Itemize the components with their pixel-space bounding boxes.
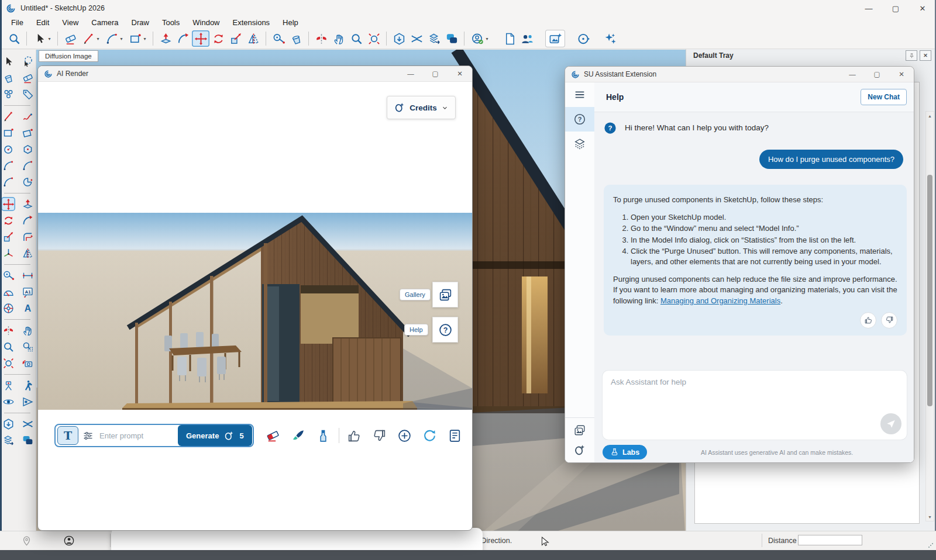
pan-tool[interactable] xyxy=(330,30,347,47)
thumbs-up-button[interactable] xyxy=(345,426,364,445)
follow-me-tool[interactable] xyxy=(20,213,35,227)
maximize-button[interactable]: ▢ xyxy=(865,67,889,82)
rotated-rectangle-tool[interactable] xyxy=(20,126,35,140)
paint-bucket-tool[interactable] xyxy=(287,30,305,47)
rectangle-tool[interactable] xyxy=(1,126,15,140)
freehand-tool[interactable] xyxy=(79,30,102,47)
scene-tab-diffusion-image[interactable]: Diffusion Image xyxy=(39,50,98,62)
maximize-button[interactable]: ▢ xyxy=(882,0,909,16)
extension-warehouse-button[interactable] xyxy=(408,30,425,47)
field-of-view-tool[interactable] xyxy=(20,395,35,409)
offset-tool[interactable] xyxy=(20,230,35,244)
text-tool[interactable] xyxy=(20,285,35,299)
menu-extensions[interactable]: Extensions xyxy=(226,17,277,28)
freehand-tool[interactable] xyxy=(20,109,35,123)
protractor-tool[interactable] xyxy=(1,285,15,299)
tag-tool[interactable] xyxy=(20,87,35,101)
feedback-chat-button[interactable] xyxy=(443,30,460,47)
menu-help[interactable]: Help xyxy=(276,17,305,28)
rotate-tool[interactable] xyxy=(1,213,15,227)
export-button[interactable] xyxy=(445,426,465,445)
new-model-button[interactable] xyxy=(501,30,518,47)
intersect-tool[interactable] xyxy=(1,246,15,260)
help-button[interactable] xyxy=(432,317,458,343)
lasso-tool[interactable] xyxy=(20,54,35,68)
ai-image-generator-button[interactable] xyxy=(545,30,565,47)
menu-toggle-button[interactable] xyxy=(565,82,594,107)
line-tool[interactable] xyxy=(1,109,15,123)
add-image-button[interactable] xyxy=(395,426,415,445)
minimize-button[interactable]: — xyxy=(398,66,423,81)
walk-tool[interactable] xyxy=(20,378,35,392)
credits-button[interactable] xyxy=(565,440,594,460)
close-button[interactable]: ✕ xyxy=(909,0,936,16)
ai-assistant-button[interactable] xyxy=(601,30,619,47)
menu-window[interactable]: Window xyxy=(186,17,226,28)
polygon-tool[interactable] xyxy=(20,142,35,156)
menu-view[interactable]: View xyxy=(56,17,85,28)
3d-warehouse-button[interactable] xyxy=(390,30,408,47)
scale-tool[interactable] xyxy=(227,30,245,47)
follow-me-tool[interactable] xyxy=(174,30,192,47)
zoom-window-tool[interactable] xyxy=(20,340,35,354)
zoom-tool[interactable] xyxy=(1,340,15,354)
feedback-chat-button[interactable] xyxy=(20,433,35,447)
collaborate-button[interactable] xyxy=(518,30,536,47)
eraser-brush-button[interactable] xyxy=(263,426,283,445)
scroll-up-arrow[interactable]: ▲ xyxy=(926,112,934,120)
zoom-extents-tool[interactable] xyxy=(365,30,383,47)
components-tool[interactable] xyxy=(1,87,15,101)
two-point-arc-tool[interactable] xyxy=(20,158,35,172)
circle-tool[interactable] xyxy=(1,142,15,156)
menu-tools[interactable]: Tools xyxy=(156,17,186,28)
flip-tool[interactable] xyxy=(312,30,330,47)
prompt-settings-button[interactable] xyxy=(78,426,97,445)
pan-tool[interactable] xyxy=(20,323,35,337)
user-status-icon[interactable] xyxy=(63,535,75,547)
axes-tool[interactable] xyxy=(1,301,15,315)
arc-tool[interactable] xyxy=(102,30,126,47)
geolocation-icon[interactable] xyxy=(21,535,32,547)
diffusion-button[interactable] xyxy=(574,30,592,47)
three-point-arc-tool[interactable] xyxy=(1,175,15,189)
zoom-in-tool[interactable] xyxy=(347,30,365,47)
move-tool[interactable] xyxy=(192,30,209,47)
tray-close-button[interactable]: ✕ xyxy=(920,50,931,61)
extension-warehouse-button[interactable] xyxy=(20,417,35,431)
materials-link[interactable]: Managing and Organizing Materials xyxy=(660,296,780,305)
zoom-extents-tool[interactable] xyxy=(1,356,15,370)
paint-bucket-tool[interactable] xyxy=(1,71,15,85)
assistant-input[interactable] xyxy=(610,376,875,434)
menu-camera[interactable]: Camera xyxy=(85,17,125,28)
close-button[interactable]: ✕ xyxy=(889,67,914,82)
eraser-tool[interactable] xyxy=(20,71,35,85)
3d-warehouse-button[interactable] xyxy=(1,417,15,431)
thumbs-down-button[interactable] xyxy=(370,426,390,445)
tape-measure-tool[interactable] xyxy=(1,268,15,282)
scale-tool[interactable] xyxy=(1,230,15,244)
eraser-tool[interactable] xyxy=(61,30,79,47)
3d-text-tool[interactable] xyxy=(20,301,35,315)
tray-pin-button[interactable] xyxy=(906,50,917,61)
pie-tool[interactable] xyxy=(20,175,35,189)
distance-input[interactable] xyxy=(798,535,862,545)
prompt-input[interactable] xyxy=(97,431,178,440)
arc-tool[interactable] xyxy=(1,158,15,172)
text-prompt-mode-button[interactable]: T xyxy=(57,426,78,445)
minimize-button[interactable]: — xyxy=(855,0,882,16)
select-tool[interactable] xyxy=(1,54,15,68)
shape-tool[interactable] xyxy=(126,30,149,47)
tape-measure-tool[interactable] xyxy=(270,30,287,47)
tray-scrollbar[interactable]: ▲ ▼ xyxy=(925,111,934,521)
share-model-button[interactable] xyxy=(1,433,15,447)
resources-section-button[interactable] xyxy=(565,132,594,156)
scrollbar-thumb[interactable] xyxy=(927,175,932,406)
rotate-tool[interactable] xyxy=(209,30,227,47)
mirror-tool[interactable] xyxy=(245,30,262,47)
marker-button[interactable] xyxy=(314,426,333,445)
scroll-down-arrow[interactable]: ▼ xyxy=(926,513,934,521)
regenerate-button[interactable] xyxy=(420,426,440,445)
previous-view-tool[interactable] xyxy=(20,356,35,370)
account-button[interactable] xyxy=(468,30,491,47)
maximize-button[interactable]: ▢ xyxy=(423,66,448,81)
